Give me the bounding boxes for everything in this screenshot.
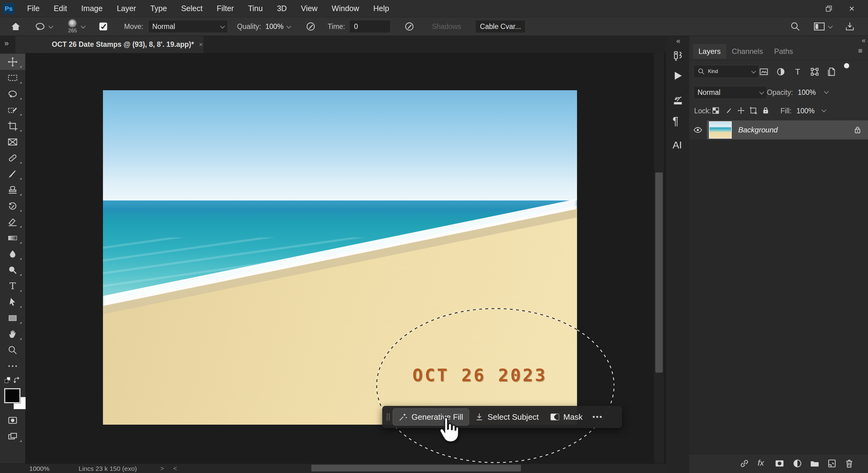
- tool-object-selection[interactable]: [0, 102, 25, 118]
- layer-effects-button[interactable]: fx: [758, 458, 764, 468]
- time-field[interactable]: 0: [349, 20, 391, 33]
- tool-dodge[interactable]: [0, 262, 25, 278]
- tool-zoom[interactable]: [0, 342, 25, 358]
- foreground-color-swatch[interactable]: [4, 388, 20, 403]
- layer-visibility-cell[interactable]: [689, 121, 707, 139]
- menu-help[interactable]: Help: [373, 4, 389, 13]
- tool-lasso[interactable]: [0, 86, 25, 102]
- filter-smart-objects-button[interactable]: [826, 66, 838, 78]
- add-layer-mask-button[interactable]: [774, 458, 785, 469]
- status-prev-icon[interactable]: <: [173, 465, 177, 472]
- toggle-panel-button[interactable]: [98, 21, 108, 32]
- select-subject-button[interactable]: Select Subject: [469, 409, 544, 425]
- layer-name[interactable]: Background: [738, 126, 778, 134]
- tool-history-brush[interactable]: [0, 198, 25, 214]
- link-layers-button[interactable]: [739, 458, 750, 469]
- restore-button[interactable]: [825, 5, 833, 13]
- pen-opacity-button[interactable]: [404, 21, 414, 32]
- filter-type-layers-button[interactable]: T: [792, 66, 804, 78]
- menu-tinu[interactable]: Tinu: [248, 4, 263, 13]
- tool-clone-stamp[interactable]: [0, 182, 25, 198]
- ai-panel-button[interactable]: AI: [673, 139, 682, 151]
- tab-channels[interactable]: Channels: [726, 44, 769, 59]
- status-next-icon[interactable]: >: [160, 465, 164, 472]
- menu-select[interactable]: Select: [181, 4, 203, 13]
- lock-artboard-button[interactable]: [749, 106, 758, 115]
- mask-button[interactable]: Mask: [544, 409, 588, 425]
- search-button[interactable]: [790, 21, 801, 32]
- filter-shape-layers-button[interactable]: [808, 66, 821, 78]
- panel-menu-icon[interactable]: ≡: [858, 46, 863, 55]
- lock-transparency-button[interactable]: [711, 106, 720, 115]
- pen-pressure-button[interactable]: [306, 21, 316, 32]
- lock-position-button[interactable]: [737, 106, 745, 115]
- filter-adjustment-layers-button[interactable]: [775, 66, 787, 78]
- home-button[interactable]: [10, 21, 21, 32]
- share-button[interactable]: [844, 21, 855, 32]
- menu-layer[interactable]: Layer: [117, 4, 136, 13]
- filter-pixel-layers-button[interactable]: [758, 66, 770, 78]
- lock-all-button[interactable]: [761, 106, 770, 115]
- chevron-down-icon[interactable]: [824, 89, 829, 94]
- menu-file[interactable]: File: [27, 4, 39, 13]
- kind-filter-dropdown[interactable]: Kind: [693, 65, 759, 78]
- layers-list-empty-area[interactable]: [689, 139, 868, 454]
- tab-layers[interactable]: Layers: [693, 44, 726, 59]
- tool-brush[interactable]: [0, 166, 25, 182]
- tool-marquee[interactable]: [0, 70, 25, 86]
- lock-pixels-button[interactable]: [725, 106, 734, 115]
- new-group-button[interactable]: [809, 458, 820, 469]
- tool-rectangle[interactable]: [0, 310, 25, 326]
- screen-mode-button[interactable]: [0, 428, 25, 444]
- menu-image[interactable]: Image: [81, 4, 102, 13]
- shadows-button[interactable]: Shadows: [432, 23, 461, 31]
- tool-eraser[interactable]: [0, 214, 25, 230]
- layer-thumbnail[interactable]: [709, 122, 732, 138]
- layer-blend-mode-dropdown[interactable]: Normal: [693, 86, 767, 99]
- quick-mask-button[interactable]: [0, 412, 25, 428]
- toolbar-expand-icon[interactable]: »: [4, 38, 9, 48]
- clone-source-panel-button[interactable]: [673, 50, 684, 63]
- tab-paths[interactable]: Paths: [769, 44, 798, 59]
- collapse-panels-icon[interactable]: «: [676, 37, 680, 45]
- tool-blur[interactable]: [0, 246, 25, 262]
- menu-3d[interactable]: 3D: [277, 4, 287, 13]
- tab-close-icon[interactable]: ×: [199, 41, 203, 49]
- filter-toggle-button[interactable]: [844, 63, 849, 68]
- menu-view[interactable]: View: [301, 4, 317, 13]
- menu-window[interactable]: Window: [332, 4, 359, 13]
- blend-mode-dropdown[interactable]: Normal: [148, 20, 228, 33]
- chevron-down-icon[interactable]: [822, 107, 827, 112]
- quality-dropdown[interactable]: 100%: [266, 23, 290, 31]
- menu-edit[interactable]: Edit: [54, 4, 67, 13]
- chevron-down-icon[interactable]: [81, 24, 86, 29]
- menu-filter[interactable]: Filter: [217, 4, 234, 13]
- zoom-level-field[interactable]: 1000%: [29, 465, 49, 472]
- preset-picker-button[interactable]: Cable Cvar...: [475, 20, 526, 33]
- opacity-value-field[interactable]: 100%: [798, 89, 816, 97]
- document-tab[interactable]: OCT 26 Date Stamps @ (93), 8, 8'. 19.app…: [16, 36, 204, 53]
- toolbar-more-button[interactable]: [0, 358, 25, 374]
- paragraph-panel-button[interactable]: ¶: [673, 115, 678, 128]
- tool-preset-button[interactable]: [34, 21, 52, 32]
- taskbar-more-button[interactable]: •••: [588, 413, 607, 421]
- delete-layer-button[interactable]: [844, 458, 855, 469]
- tool-hand[interactable]: [0, 326, 25, 342]
- brushes-panel-button[interactable]: [673, 95, 684, 106]
- tool-path-selection[interactable]: [0, 294, 25, 310]
- fill-value-field[interactable]: 100%: [797, 107, 815, 115]
- tool-move[interactable]: [0, 54, 25, 70]
- menu-type[interactable]: Type: [150, 4, 167, 13]
- new-layer-button[interactable]: [827, 458, 837, 469]
- tool-spot-healing[interactable]: [0, 150, 25, 166]
- brush-preset-button[interactable]: 265: [68, 20, 77, 34]
- color-controls[interactable]: [0, 374, 25, 386]
- tool-type[interactable]: T: [0, 278, 25, 294]
- new-adjustment-layer-button[interactable]: [792, 458, 803, 469]
- tool-crop[interactable]: [0, 118, 25, 134]
- actions-panel-button[interactable]: [673, 70, 683, 81]
- close-button[interactable]: ×: [849, 4, 855, 13]
- workspace-switcher-button[interactable]: [813, 22, 832, 31]
- horizontal-scrollbar-thumb[interactable]: [311, 465, 521, 471]
- tool-frame[interactable]: [0, 134, 25, 150]
